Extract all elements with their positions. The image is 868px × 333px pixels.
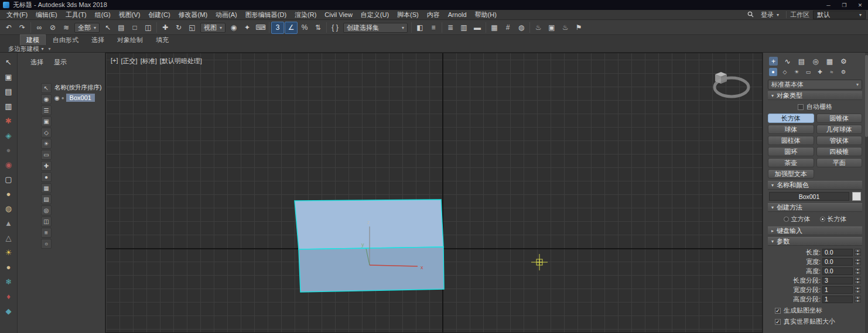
curve-editor-icon[interactable]: ▦ bbox=[488, 22, 501, 34]
keyboard-override-icon[interactable]: ⌨ bbox=[254, 22, 267, 34]
spinner-down-icon[interactable]: ▼ bbox=[855, 280, 861, 284]
object-type-button[interactable]: 管状体 bbox=[816, 136, 863, 145]
viewport-label-segment[interactable]: [默认明暗处理] bbox=[160, 57, 202, 66]
spinner-down-icon[interactable]: ▼ bbox=[855, 252, 861, 256]
creation-method-option[interactable]: 立方体 bbox=[784, 215, 811, 224]
scene-explorer-tab[interactable]: 选择 bbox=[30, 58, 43, 67]
menu-item[interactable]: 图形编辑器(D) bbox=[241, 11, 291, 19]
object-type-button[interactable]: 圆柱体 bbox=[768, 136, 814, 145]
menu-item[interactable]: 修改器(M) bbox=[175, 11, 212, 19]
minimize-button[interactable]: ─ bbox=[821, 0, 836, 10]
rollout-keyboard-entry[interactable]: 键盘输入 bbox=[768, 226, 862, 235]
ribbon-pyramid-icon[interactable]: △ bbox=[2, 231, 15, 244]
radio-icon[interactable] bbox=[784, 217, 789, 222]
select-and-scale-icon[interactable]: ◱ bbox=[186, 22, 199, 34]
rollout-creation-method[interactable]: 创建方法 bbox=[768, 203, 862, 212]
parameter-value-field[interactable]: 0.0 bbox=[822, 249, 853, 256]
parameter-value-field[interactable]: 1 bbox=[822, 296, 853, 303]
percent-snap-icon[interactable]: % bbox=[298, 22, 311, 34]
explorer-objects-icon[interactable]: ▣ bbox=[41, 116, 52, 126]
viewport-label-segment[interactable]: [正交] bbox=[121, 57, 138, 66]
spinner-down-icon[interactable]: ▼ bbox=[855, 271, 861, 274]
coordinate-system-dropdown[interactable]: 视图 ▾ bbox=[200, 23, 225, 33]
menu-item[interactable]: Arnold bbox=[444, 11, 471, 18]
named-selection-dropdown[interactable]: 创建选择集 ▾ bbox=[343, 23, 408, 33]
ribbon-tab[interactable]: 自由形式 bbox=[47, 35, 84, 45]
menu-item[interactable]: 帮助(H) bbox=[471, 11, 501, 19]
object-type-button[interactable]: 球体 bbox=[768, 125, 814, 134]
render-setup-icon[interactable]: ♨ bbox=[532, 22, 545, 34]
explorer-lock-icon[interactable]: ◫ bbox=[41, 217, 52, 226]
explorer-lights-icon[interactable]: ☀ bbox=[41, 139, 52, 149]
viewport-label-segment[interactable]: [标准] bbox=[141, 57, 157, 66]
select-and-link-icon[interactable]: ∞ bbox=[33, 22, 46, 34]
rollout-parameters[interactable]: 参数 bbox=[768, 237, 862, 246]
workspace-dropdown[interactable]: 默认 ▾ bbox=[813, 11, 866, 19]
lights-category-icon[interactable]: ☀ bbox=[792, 68, 801, 76]
parameter-value-field[interactable]: 0.0 bbox=[822, 267, 853, 275]
redo-icon[interactable]: ↷ bbox=[16, 22, 29, 34]
viewport-label-segment[interactable]: [+] bbox=[111, 57, 118, 66]
parameter-value-field[interactable]: 0.0 bbox=[822, 258, 853, 266]
menu-item[interactable]: 组(G) bbox=[91, 11, 115, 19]
ribbon-snowflake-icon[interactable]: ❄ bbox=[2, 275, 15, 288]
object-type-button[interactable]: 茶壶 bbox=[768, 158, 814, 167]
ribbon-red-gear-icon[interactable]: ✱ bbox=[2, 114, 15, 127]
spinner-arrows[interactable]: ▲▼ bbox=[855, 249, 861, 256]
visibility-eye-icon[interactable]: ◉ bbox=[54, 95, 60, 101]
ribbon-gem-icon[interactable]: ◆ bbox=[2, 304, 15, 317]
radio-icon[interactable] bbox=[820, 217, 825, 222]
selection-region-icon[interactable]: □ bbox=[128, 22, 141, 34]
window-crossing-icon[interactable]: ◫ bbox=[142, 22, 155, 34]
scene-explorer-toggle-icon[interactable]: ≣ bbox=[444, 22, 457, 34]
spinner-arrows[interactable]: ▲▼ bbox=[855, 267, 861, 274]
spinner-down-icon[interactable]: ▼ bbox=[855, 262, 861, 265]
creation-method-option[interactable]: 长方体 bbox=[820, 215, 847, 224]
object-type-button[interactable]: 四棱锥 bbox=[816, 147, 863, 156]
render-icon[interactable]: ♨ bbox=[559, 22, 572, 34]
menu-item[interactable]: 视图(V) bbox=[115, 11, 145, 19]
ribbon-tab[interactable]: 建模 bbox=[20, 35, 46, 45]
orbit-navigation-gizmo[interactable] bbox=[715, 72, 749, 97]
select-object-icon[interactable]: ↖ bbox=[101, 22, 114, 34]
geometry-category-icon[interactable]: ● bbox=[769, 68, 777, 76]
explorer-materials-icon[interactable]: ● bbox=[41, 172, 52, 182]
panel-scrollbar[interactable] bbox=[865, 53, 868, 333]
use-pivot-center-icon[interactable]: ◉ bbox=[227, 22, 240, 34]
ribbon-tan-sphere-icon[interactable]: ● bbox=[2, 260, 15, 273]
restore-button[interactable]: ❐ bbox=[836, 0, 852, 10]
explorer-groups-icon[interactable]: ▦ bbox=[41, 183, 52, 193]
close-button[interactable]: ✕ bbox=[852, 0, 868, 10]
panel-scrollbar-thumb[interactable] bbox=[865, 55, 868, 137]
ribbon-sand-sphere-icon[interactable]: ● bbox=[2, 187, 15, 200]
ribbon-cone-icon[interactable]: ▲ bbox=[2, 217, 15, 229]
checkbox-icon[interactable] bbox=[775, 319, 781, 325]
spacewarps-category-icon[interactable]: ≈ bbox=[828, 68, 836, 76]
utilities-tab-icon[interactable]: ⚙ bbox=[839, 57, 848, 66]
display-tab-icon[interactable]: ▦ bbox=[825, 57, 834, 66]
spinner-down-icon[interactable]: ▼ bbox=[855, 299, 861, 303]
rollout-object-type[interactable]: 对象类型 bbox=[768, 91, 862, 100]
login-menu[interactable]: 登录 ▾ bbox=[757, 11, 782, 19]
explorer-hierarchy-icon[interactable]: ☰ bbox=[41, 105, 52, 115]
menu-item[interactable]: 创建(C) bbox=[144, 11, 174, 19]
cameras-category-icon[interactable]: ▭ bbox=[804, 68, 812, 76]
spinner-arrows[interactable]: ▲▼ bbox=[855, 296, 861, 303]
object-type-button[interactable]: 平面 bbox=[816, 158, 863, 167]
angle-snap-icon[interactable]: ∠ bbox=[285, 22, 298, 34]
ribbon-doc2-icon[interactable]: ▥ bbox=[2, 99, 15, 112]
object-type-button[interactable]: 加强型文本 bbox=[768, 169, 814, 178]
search-icon[interactable] bbox=[747, 11, 754, 19]
sort-header[interactable]: 名称(按升序排序) bbox=[54, 83, 103, 92]
object-type-button[interactable]: 圆环 bbox=[768, 147, 814, 156]
spinner-arrows[interactable]: ▲▼ bbox=[855, 286, 861, 293]
select-and-move-icon[interactable]: ✚ bbox=[159, 22, 172, 34]
menu-item[interactable]: 渲染(R) bbox=[291, 11, 320, 19]
render-flyout-icon[interactable]: ⚑ bbox=[572, 22, 585, 34]
menu-item[interactable]: 自定义(U) bbox=[357, 11, 393, 19]
object-type-button[interactable]: 长方体 bbox=[768, 114, 814, 123]
object-type-button[interactable]: 圆锥体 bbox=[816, 114, 863, 123]
ribbon-select-icon[interactable]: ↖ bbox=[2, 56, 15, 68]
modify-tab-icon[interactable]: ∿ bbox=[783, 57, 792, 66]
ribbon-drops-icon[interactable]: ♦ bbox=[2, 290, 15, 303]
